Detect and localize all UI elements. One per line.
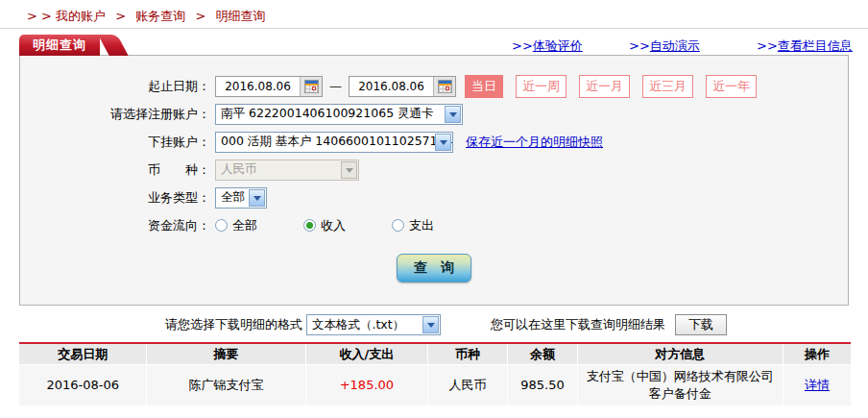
flow-option-all[interactable]: 全部 [215, 217, 257, 234]
date-from-value: 2016.08.06 [216, 80, 300, 93]
flow-option-expense[interactable]: 支出 [392, 217, 434, 234]
chevron-down-icon [445, 106, 461, 123]
sub-account-select[interactable]: 000 活期 基本户 1406600101102571848 [215, 132, 453, 153]
date-to-calendar-button[interactable] [433, 77, 455, 96]
fund-flow-label: 资金流向： [20, 217, 215, 234]
header-summary: 摘要 [147, 344, 305, 365]
date-to-input[interactable]: 2016.08.06 [349, 76, 456, 97]
download-format-value: 文本格式（.txt） [312, 317, 423, 333]
currency-label: 币 种： [20, 161, 215, 179]
cell-transaction-date: 2016-08-06 [19, 365, 147, 406]
sub-account-row: 下挂账户： 000 活期 基本户 1406600101102571848 保存近… [20, 131, 848, 153]
calendar-icon [438, 80, 452, 93]
experience-feedback-link-label[interactable]: 体验评价 [533, 38, 583, 53]
tab-detail-query: 明细查询 [19, 35, 100, 56]
registered-account-row: 请选择注册账户： 南平 6222001406100921065 灵通卡 [20, 103, 848, 125]
view-column-info-link-label[interactable]: 查看栏目信息 [778, 38, 853, 53]
detail-link[interactable]: 详情 [805, 377, 830, 394]
range-button-last-week[interactable]: 近一周 [516, 75, 567, 98]
header-counterparty: 对方信息 [578, 344, 784, 365]
cell-income-expense: +185.00 [306, 365, 428, 406]
link-arrows: >> [512, 38, 533, 53]
cell-action: 详情 [784, 365, 851, 406]
radio-checked-icon[interactable] [303, 219, 316, 232]
query-form-panel: 起止日期： 2016.08.06 — 2016.08.06 当日 近一周 近一月… [19, 55, 849, 306]
header-income-expense: 收入/支出 [306, 344, 428, 365]
date-range-label: 起止日期： [20, 78, 215, 95]
fund-flow-row: 资金流向： 全部 收入 支出 [20, 214, 848, 236]
business-type-row: 业务类型： 全部 [20, 186, 848, 209]
query-button-row: 查 询 [20, 254, 848, 283]
cell-balance: 985.50 [508, 365, 578, 406]
results-table: 交易日期 摘要 收入/支出 币种 余额 对方信息 操作 2016-08-06 陈… [19, 342, 851, 406]
download-format-select[interactable]: 文本格式（.txt） [306, 314, 441, 335]
link-arrows: >> [757, 38, 778, 53]
header-currency: 币种 [428, 344, 508, 365]
cell-summary: 陈广锦支付宝 [147, 365, 305, 406]
cell-currency: 人民币 [428, 365, 508, 406]
flow-option-income-label: 收入 [321, 217, 346, 234]
chevron-down-icon [341, 161, 357, 179]
currency-select-disabled: 人民币 [215, 160, 359, 181]
chevron-down-icon [435, 134, 451, 151]
breadcrumb-item-account-query[interactable]: 账务查询 [135, 9, 185, 23]
registered-account-select[interactable]: 南平 6222001406100921065 灵通卡 [215, 104, 463, 125]
auto-demo-link[interactable]: >>自动演示 [629, 37, 700, 55]
query-button[interactable]: 查 询 [397, 254, 471, 283]
date-from-input[interactable]: 2016.08.06 [215, 76, 323, 97]
tab-label: 明细查询 [19, 35, 100, 56]
view-column-info-link[interactable]: >>查看栏目信息 [757, 37, 853, 55]
header-balance: 余额 [508, 344, 578, 365]
auto-demo-link-label[interactable]: 自动演示 [650, 38, 700, 53]
download-button[interactable]: 下载 [675, 314, 727, 335]
cell-counterparty: 支付宝（中国）网络技术有限公司客户备付金 [578, 365, 784, 406]
range-button-last-year[interactable]: 近一年 [706, 75, 757, 98]
calendar-icon [304, 80, 319, 93]
breadcrumb-item-my-account[interactable]: 我的账户 [56, 9, 106, 23]
header-action: 操作 [784, 344, 851, 365]
download-hint: 您可以在这里下载查询明细结果 [491, 316, 665, 333]
table-row: 2016-08-06 陈广锦支付宝 +185.00 人民币 985.50 支付宝… [19, 365, 851, 406]
breadcrumb: > > 我的账户 > 账务查询 > 明细查询 [0, 0, 868, 29]
range-button-last-month[interactable]: 近一月 [579, 75, 630, 98]
experience-feedback-link[interactable]: >>体验评价 [512, 37, 583, 55]
flow-option-income[interactable]: 收入 [303, 217, 346, 234]
chevron-down-icon [422, 316, 439, 333]
header-transaction-date: 交易日期 [19, 344, 147, 365]
sub-account-value: 000 活期 基本户 1406600101102571848 [221, 134, 453, 150]
currency-row: 币 种： 人民币 [20, 159, 848, 181]
link-arrows: >> [629, 38, 650, 53]
download-format-label: 请您选择下载明细的格式 [165, 316, 302, 333]
download-bar: 请您选择下载明细的格式 文本格式（.txt） 您可以在这里下载查询明细结果 下载 [0, 314, 868, 335]
date-range-row: 起止日期： 2016.08.06 — 2016.08.06 当日 近一周 近一月… [20, 75, 848, 97]
registered-account-label: 请选择注册账户： [20, 106, 215, 123]
radio-unchecked-icon[interactable] [215, 219, 228, 232]
breadcrumb-prefix: > > [27, 9, 52, 23]
sub-account-label: 下挂账户： [20, 134, 215, 151]
range-button-today[interactable]: 当日 [465, 75, 503, 98]
radio-unchecked-icon[interactable] [392, 219, 404, 232]
breadcrumb-separator: > [195, 9, 205, 23]
date-to-value: 2016.08.06 [350, 80, 433, 93]
range-button-last-3-months[interactable]: 近三月 [642, 75, 693, 98]
business-type-select[interactable]: 全部 [215, 187, 267, 209]
currency-value: 人民币 [221, 161, 277, 178]
registered-account-value: 南平 6222001406100921065 灵通卡 [221, 106, 453, 122]
save-monthly-snapshot-link[interactable]: 保存近一个月的明细快照 [466, 134, 603, 151]
flow-option-all-label: 全部 [232, 217, 257, 234]
flow-option-expense-label: 支出 [409, 217, 434, 234]
date-from-calendar-button[interactable] [300, 77, 322, 96]
chevron-down-icon [249, 189, 265, 207]
breadcrumb-separator: > [115, 9, 126, 23]
business-type-label: 业务类型： [20, 189, 215, 207]
date-range-separator: — [329, 79, 342, 93]
breadcrumb-item-detail-query[interactable]: 明细查询 [215, 9, 265, 23]
table-header-row: 交易日期 摘要 收入/支出 币种 余额 对方信息 操作 [19, 344, 851, 365]
